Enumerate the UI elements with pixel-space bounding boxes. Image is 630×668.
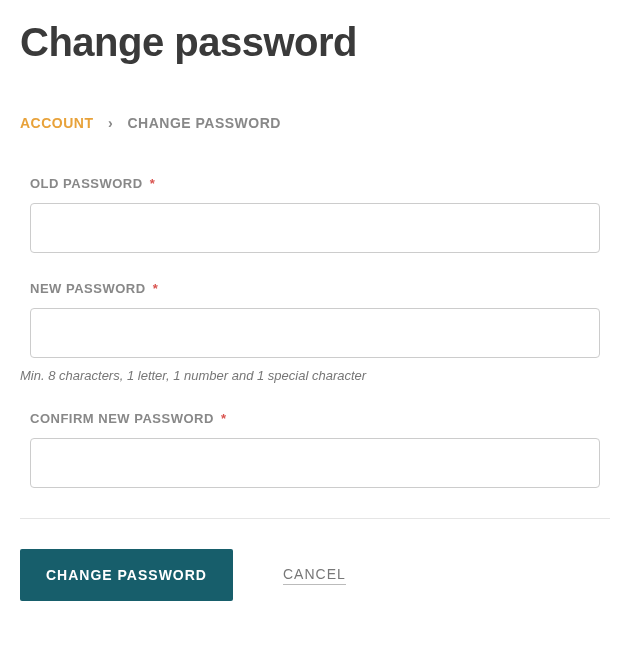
new-password-group: NEW PASSWORD * Min. 8 characters, 1 lett…	[20, 281, 610, 383]
button-row: CHANGE PASSWORD CANCEL	[20, 549, 610, 601]
breadcrumb-current: CHANGE PASSWORD	[127, 115, 280, 131]
page-title: Change password	[20, 20, 610, 65]
breadcrumb: ACCOUNT › CHANGE PASSWORD	[20, 115, 610, 131]
new-password-label-text: NEW PASSWORD	[30, 281, 146, 296]
old-password-input[interactable]	[30, 203, 600, 253]
old-password-label: OLD PASSWORD *	[30, 176, 600, 191]
required-mark: *	[221, 411, 227, 426]
change-password-button[interactable]: CHANGE PASSWORD	[20, 549, 233, 601]
confirm-password-label: CONFIRM NEW PASSWORD *	[30, 411, 600, 426]
confirm-password-label-text: CONFIRM NEW PASSWORD	[30, 411, 214, 426]
new-password-input[interactable]	[30, 308, 600, 358]
required-mark: *	[153, 281, 159, 296]
new-password-hint: Min. 8 characters, 1 letter, 1 number an…	[20, 368, 600, 383]
change-password-form: OLD PASSWORD * NEW PASSWORD * Min. 8 cha…	[20, 176, 610, 601]
breadcrumb-separator-icon: ›	[108, 115, 113, 131]
cancel-button[interactable]: CANCEL	[283, 566, 346, 585]
breadcrumb-account-link[interactable]: ACCOUNT	[20, 115, 94, 131]
old-password-label-text: OLD PASSWORD	[30, 176, 143, 191]
required-mark: *	[150, 176, 156, 191]
old-password-group: OLD PASSWORD *	[20, 176, 610, 253]
form-divider	[20, 518, 610, 519]
confirm-password-group: CONFIRM NEW PASSWORD *	[20, 411, 610, 488]
confirm-password-input[interactable]	[30, 438, 600, 488]
new-password-label: NEW PASSWORD *	[30, 281, 600, 296]
